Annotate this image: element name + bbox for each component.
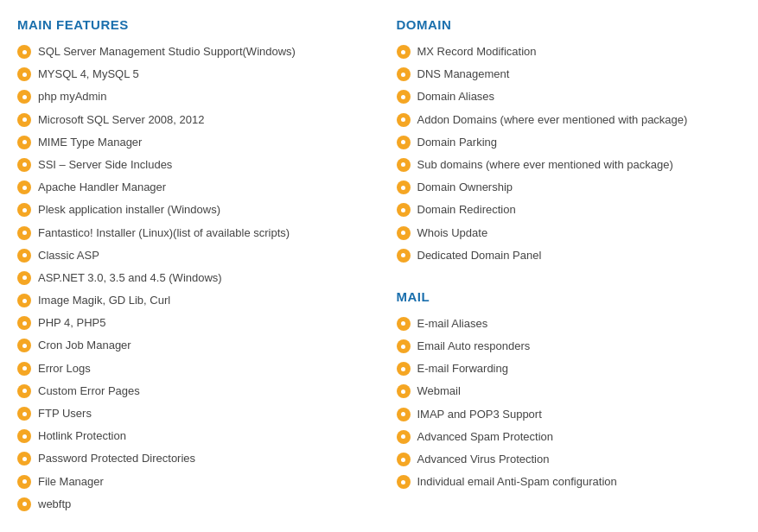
item-text: IMAP and POP3 Support [417,407,542,422]
list-item: Cron Job Manager [17,338,362,353]
bullet-icon [397,90,411,104]
bullet-icon [17,362,31,376]
list-item: E-mail Aliases [397,316,742,332]
item-text: Password Protected Directories [38,451,195,466]
bullet-icon [17,316,31,330]
bullet-icon [397,317,411,331]
item-text: PHP 4, PHP5 [38,315,106,331]
bullet-icon [397,408,411,421]
item-text: Webmail [417,383,461,399]
list-item: PHP 4, PHP5 [17,315,362,331]
list-item: Image Magik, GD Lib, Curl [17,293,362,308]
list-item: Hotlink Protection [17,428,362,444]
item-text: Addon Domains (where ever mentioned with… [417,112,688,128]
item-text: FTP Users [38,406,92,421]
bullet-icon [397,180,411,194]
list-item: Email Auto responders [397,339,742,354]
item-text: Hotlink Protection [38,428,126,444]
item-text: Plesk application installer (Windows) [38,202,220,218]
bullet-icon [17,249,31,263]
item-text: Image Magik, GD Lib, Curl [38,293,170,308]
bullet-icon [397,113,411,127]
item-text: Domain Redirection [417,202,516,218]
list-item: Domain Ownership [397,180,742,195]
bullet-icon [397,203,411,217]
item-text: Domain Aliases [417,89,495,104]
list-item: Advanced Virus Protection [397,452,742,467]
list-item: Plesk application installer (Windows) [17,202,362,218]
list-item: Advanced Spam Protection [397,429,742,445]
item-text: webftp [38,497,71,512]
list-item: ASP.NET 3.0, 3.5 and 4.5 (Windows) [17,270,362,286]
bullet-icon [17,271,31,285]
list-item: Dedicated Domain Panel [397,248,742,263]
item-text: Email Auto responders [417,339,531,354]
item-text: MX Record Modification [417,44,537,60]
list-item: MX Record Modification [397,44,742,60]
list-item: DNS Management [397,66,742,82]
bullet-icon [17,384,31,398]
list-item: Password Protected Directories [17,451,362,466]
bullet-icon [17,226,31,240]
mail-list: E-mail Aliases Email Auto responders E-m… [397,316,742,491]
item-text: Domain Ownership [417,180,513,195]
bullet-icon [397,45,411,59]
list-item: SQL Server Management Studio Support(Win… [17,44,362,60]
list-item: IMAP and POP3 Support [397,407,742,422]
item-text: Cron Job Manager [38,338,131,353]
item-text: DNS Management [417,66,510,82]
list-item: webftp [17,497,362,512]
bullet-icon [397,475,411,489]
bullet-icon [397,453,411,466]
bullet-icon [17,294,31,307]
list-item: Addon Domains (where ever mentioned with… [397,112,742,128]
bullet-icon [397,339,411,353]
bullet-icon [17,339,31,352]
item-text: Individual email Anti-Spam configuration [417,474,617,490]
list-item: Microsoft SQL Server 2008, 2012 [17,112,362,128]
bullet-icon [17,158,31,172]
list-item: Sub domains (where ever mentioned with p… [397,157,742,173]
bullet-icon [17,203,31,217]
list-item: E-mail Forwarding [397,361,742,377]
item-text: Advanced Spam Protection [417,429,554,445]
bullet-icon [17,113,31,127]
item-text: SSI – Server Side Includes [38,157,172,173]
item-text: Error Logs [38,361,91,377]
list-item: MYSQL 4, MySQL 5 [17,66,362,82]
item-text: Classic ASP [38,248,99,263]
bullet-icon [17,407,31,421]
item-text: Dedicated Domain Panel [417,248,542,263]
right-column: DOMAIN MX Record Modification DNS Manage… [397,17,742,532]
list-item: Fantastico! Installer (Linux)(list of av… [17,225,362,241]
item-text: E-mail Aliases [417,316,488,332]
bullet-icon [17,45,31,59]
item-text: File Manager [38,474,104,490]
item-text: Microsoft SQL Server 2008, 2012 [38,112,204,128]
domain-title: DOMAIN [397,17,742,32]
list-item: php myAdmin [17,89,362,104]
bullet-icon [397,158,411,172]
list-item: MIME Type Manager [17,135,362,150]
list-item: File Manager [17,474,362,490]
bullet-icon [397,362,411,376]
list-item: Classic ASP [17,248,362,263]
list-item: Webmail [397,383,742,399]
item-text: MYSQL 4, MySQL 5 [38,66,139,82]
list-item: Whois Update [397,225,742,241]
item-text: Domain Parking [417,135,498,150]
list-item: Domain Aliases [397,89,742,104]
item-text: SQL Server Management Studio Support(Win… [38,44,296,60]
bullet-icon [397,430,411,444]
item-text: php myAdmin [38,89,106,104]
main-features-list: SQL Server Management Studio Support(Win… [17,44,362,512]
item-text: ASP.NET 3.0, 3.5 and 4.5 (Windows) [38,270,222,286]
list-item: Error Logs [17,361,362,377]
bullet-icon [17,180,31,194]
item-text: Custom Error Pages [38,383,140,399]
bullet-icon [17,497,31,511]
list-item: SSI – Server Side Includes [17,157,362,173]
mail-title: MAIL [397,289,742,304]
bullet-icon [397,67,411,81]
item-text: E-mail Forwarding [417,361,508,377]
